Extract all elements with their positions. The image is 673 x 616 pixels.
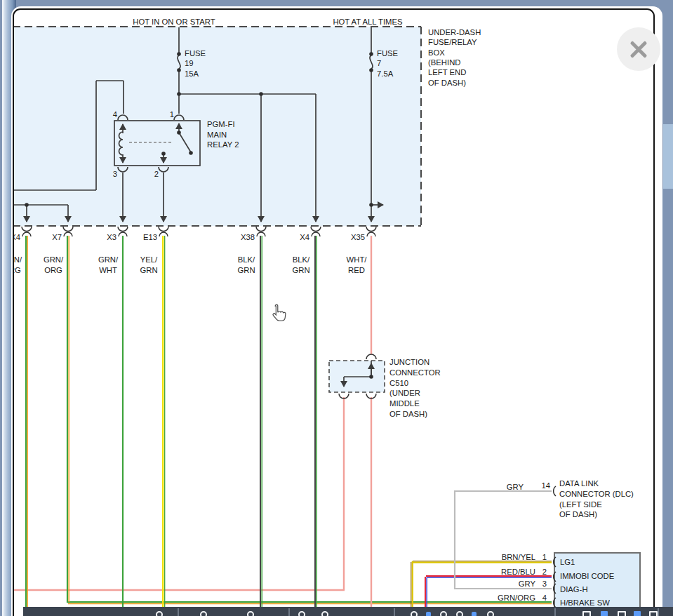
svg-text:WHT/: WHT/ [347, 255, 368, 264]
vertical-wires [26, 236, 427, 608]
taskbar-divider [394, 608, 395, 616]
svg-text:14: 14 [541, 481, 550, 490]
share-icon[interactable] [487, 611, 494, 616]
window-icon[interactable] [618, 611, 626, 616]
svg-text:GRN/: GRN/ [98, 255, 119, 264]
circle-icon[interactable] [411, 611, 418, 616]
info-icon[interactable] [426, 612, 431, 616]
data-link-connector: GRY 14 DATA LINK CONNECTOR (DLC) (LEFT S… [507, 479, 634, 518]
svg-text:H/BRAKE SW: H/BRAKE SW [560, 598, 610, 607]
svg-text:1: 1 [170, 110, 174, 119]
taskbar-divider [658, 608, 659, 616]
bars-icon[interactable] [456, 611, 463, 616]
svg-text:RELAY 2: RELAY 2 [207, 140, 239, 149]
svg-text:CONNECTOR: CONNECTOR [389, 368, 441, 377]
svg-text:GRY: GRY [519, 580, 536, 588]
svg-text:(BEHIND: (BEHIND [428, 58, 460, 67]
svg-text:BLK/: BLK/ [293, 255, 310, 264]
svg-text:GRN: GRN [140, 266, 157, 274]
svg-text:BOX: BOX [428, 48, 445, 57]
svg-text:YEL/: YEL/ [140, 255, 158, 264]
svg-text:LG1: LG1 [560, 558, 575, 566]
svg-text:FUSE: FUSE [377, 49, 399, 58]
circle-icon[interactable] [247, 611, 254, 616]
svg-text:ORG: ORG [44, 266, 62, 274]
svg-text:OF DASH): OF DASH) [389, 410, 427, 418]
window-icon[interactable] [649, 611, 658, 616]
svg-text:X35: X35 [351, 233, 365, 241]
svg-text:1: 1 [542, 553, 547, 561]
screen: HOT IN ON OR START HOT AT ALL TIMES UNDE… [0, 0, 673, 616]
svg-text:OF DASH): OF DASH) [428, 79, 466, 87]
svg-text:4: 4 [113, 110, 117, 119]
svg-text:PGM-FI: PGM-FI [207, 120, 235, 128]
hot-in-on-label: HOT IN ON OR START [133, 18, 215, 26]
taskbar-divider [288, 608, 290, 616]
junction-connector-c510: JUNCTION CONNECTOR C510 (UNDER MIDDLE OF… [329, 354, 441, 418]
svg-text:GRN: GRN [292, 266, 309, 274]
svg-text:3: 3 [542, 580, 547, 588]
svg-text:MIDDLE: MIDDLE [389, 399, 420, 408]
circle-icon[interactable] [156, 611, 163, 616]
svg-text:JUNCTION: JUNCTION [389, 358, 429, 366]
taskbar-divider [178, 608, 179, 616]
svg-text:7.5A: 7.5A [377, 69, 394, 78]
svg-text:LEFT END: LEFT END [428, 68, 466, 76]
svg-text:BRN/YEL: BRN/YEL [502, 553, 535, 561]
svg-text:OF DASH): OF DASH) [559, 510, 597, 518]
svg-text:DATA LINK: DATA LINK [559, 479, 599, 488]
svg-text:ORG: ORG [13, 266, 21, 274]
svg-text:3: 3 [113, 170, 117, 178]
svg-text:UNDER-DASH: UNDER-DASH [428, 28, 481, 36]
svg-text:RED: RED [348, 266, 365, 274]
svg-text:CONNECTOR (DLC): CONNECTOR (DLC) [559, 490, 634, 498]
svg-text:DIAG-H: DIAG-H [560, 585, 588, 594]
svg-text:2: 2 [542, 568, 547, 576]
svg-text:2: 2 [154, 170, 159, 178]
svg-text:FUSE/RELAY: FUSE/RELAY [428, 38, 477, 46]
svg-text:X4: X4 [300, 233, 309, 241]
svg-text:WHT: WHT [99, 266, 117, 274]
svg-text:GRY: GRY [507, 483, 524, 491]
svg-text:RED/BLU: RED/BLU [501, 568, 535, 576]
pgm-fi-relay-box [114, 121, 200, 166]
svg-text:4: 4 [542, 594, 547, 602]
circle-icon[interactable] [321, 611, 328, 616]
circle-icon[interactable] [200, 611, 207, 616]
svg-text:C510: C510 [389, 379, 408, 387]
svg-text:7: 7 [377, 59, 381, 67]
info-icon[interactable] [472, 612, 477, 616]
umlaut-icon[interactable] [298, 611, 305, 616]
taskbar [23, 607, 673, 616]
wire-color-labels: GRN/ORG GRN/ORG GRN/WHT YEL/GRN BLK/GRN … [13, 255, 367, 274]
svg-text:BLK/: BLK/ [238, 255, 255, 264]
diagram-modal: HOT IN ON OR START HOT AT ALL TIMES UNDE… [11, 6, 662, 616]
svg-text:GRN: GRN [237, 266, 255, 274]
taskbar-divider [554, 608, 556, 616]
svg-text:GRN/ORG: GRN/ORG [498, 594, 535, 602]
wiring-diagram-canvas[interactable]: HOT IN ON OR START HOT AT ALL TIMES UNDE… [13, 8, 655, 616]
svg-text:E13: E13 [143, 233, 157, 241]
svg-text:X4: X4 [13, 233, 20, 241]
svg-text:X3: X3 [107, 233, 116, 241]
window-icon[interactable] [582, 611, 591, 616]
inline-connector-symbols [22, 227, 376, 236]
horizontal-wires [13, 491, 552, 603]
circle-icon[interactable] [440, 611, 447, 616]
immobilizer-unit: BRN/YEL 1 RED/BLU 2 GRY 3 GRN/ORG 4 LG1 … [498, 553, 640, 612]
svg-text:MAIN: MAIN [207, 130, 227, 139]
svg-text:X7: X7 [52, 233, 62, 241]
fusebox-note: UNDER-DASH FUSE/RELAY BOX (BEHIND LEFT E… [428, 28, 481, 87]
window-icon[interactable] [634, 611, 641, 616]
svg-text:GRN/: GRN/ [13, 255, 22, 264]
svg-text:GRN/: GRN/ [44, 255, 64, 264]
svg-text:15A: 15A [185, 69, 199, 78]
close-button[interactable] [617, 27, 660, 71]
svg-text:IMMOBI CODE: IMMOBI CODE [560, 572, 615, 580]
svg-text:19: 19 [185, 59, 194, 67]
scrollbar-hint[interactable] [663, 124, 673, 189]
svg-text:X38: X38 [241, 233, 255, 241]
svg-text:(UNDER: (UNDER [389, 389, 420, 397]
window-icon[interactable] [601, 611, 608, 616]
hot-at-all-times-label: HOT AT ALL TIMES [333, 18, 403, 26]
